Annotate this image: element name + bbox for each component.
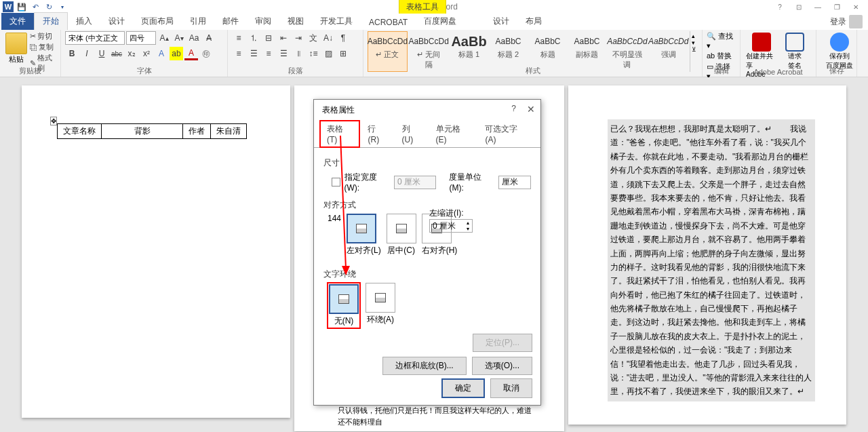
dialog-title-bar[interactable]: 表格属性 ? ✕ (314, 100, 540, 120)
align-center-option[interactable]: 居中(C) (387, 214, 416, 256)
dialog-close-icon[interactable]: ✕ (527, 104, 535, 115)
page-3[interactable]: 已么？我现在想想，我那时真是太聪明了。↵ 我说道："爸爸，你走吧。"他往车外看了… (568, 85, 846, 425)
tab-file[interactable]: 文件 (1, 13, 34, 30)
restore-icon[interactable]: ❐ (830, 1, 844, 12)
tab-acrobat[interactable]: ACROBAT (361, 15, 416, 30)
align-center-icon[interactable]: ☰ (247, 47, 260, 60)
cancel-button[interactable]: 取消 (490, 378, 532, 398)
tab-layout[interactable]: 页面布局 (133, 13, 182, 30)
decrease-indent-icon[interactable]: ⇤ (277, 31, 290, 45)
options-button[interactable]: 选项(O)... (472, 357, 532, 375)
multilevel-icon[interactable]: ⊟ (262, 31, 275, 45)
tab-view[interactable]: 视图 (279, 13, 312, 30)
wrap-section-label: 文字环绕 (323, 269, 531, 280)
dialog-tab-column[interactable]: 列(U) (395, 120, 429, 148)
font-size-combo[interactable]: 四号 (126, 31, 156, 45)
ok-button[interactable]: 确定 (441, 378, 485, 398)
width-input[interactable]: 0 厘米 (394, 176, 436, 189)
cell-title[interactable]: 背影 (102, 124, 183, 139)
width-checkbox[interactable] (332, 178, 340, 186)
tab-table-layout[interactable]: 布局 (517, 13, 550, 30)
login-label: 登录 (830, 16, 846, 28)
grow-font-icon[interactable]: A▴ (157, 31, 171, 45)
align-left-option[interactable]: 左对齐(L) (347, 214, 381, 256)
change-case-icon[interactable]: Aa (187, 31, 201, 45)
dialog-tab-alt[interactable]: 可选文字(A) (477, 120, 535, 148)
clear-format-icon[interactable]: A̶ (202, 31, 216, 45)
tab-mailings[interactable]: 邮件 (214, 13, 247, 30)
group-styles: AaBbCcDd↵ 正文AaBbCcDd↵ 无间隔AaBb标题 1AaBbC标题… (363, 30, 703, 77)
save-icon[interactable]: 💾 (16, 1, 27, 12)
redo-icon[interactable]: ↻ (43, 1, 54, 12)
dialog-help-icon[interactable]: ? (511, 104, 516, 113)
strike-button[interactable]: abc (110, 47, 123, 60)
borders-icon[interactable]: ⊞ (336, 47, 350, 60)
indent-spinner[interactable]: 0 厘米▴▾ (429, 219, 473, 233)
bold-button[interactable]: B (65, 47, 79, 60)
ribbon-tabs: 文件 开始 插入 设计 页面布局 引用 邮件 审阅 视图 开发工具 ACROBA… (0, 14, 868, 30)
cell-author-label[interactable]: 作者 (183, 124, 211, 139)
styles-scroll-down-icon[interactable]: ▾ (692, 39, 696, 46)
page-1[interactable]: ✥ 文章名称 背影 作者 朱自清 (22, 85, 290, 418)
tab-insert[interactable]: 插入 (68, 13, 100, 30)
shrink-font-icon[interactable]: A▾ (172, 31, 186, 45)
align-right-icon[interactable]: ≡ (262, 47, 275, 60)
dialog-tab-cell[interactable]: 单元格(E) (429, 120, 478, 148)
asian-layout-icon[interactable]: 文 (307, 31, 320, 45)
subscript-icon[interactable]: x₂ (125, 47, 138, 60)
align-left-icon[interactable]: ≡ (232, 47, 245, 60)
enclose-char-icon[interactable]: ㊞ (199, 47, 213, 60)
close-icon[interactable]: ✕ (849, 1, 863, 12)
tab-developer[interactable]: 开发工具 (312, 13, 361, 30)
line-spacing-icon[interactable]: ↕≡ (307, 47, 320, 60)
superscript-icon[interactable]: x² (140, 47, 153, 60)
tab-baidu[interactable]: 百度网盘 (416, 13, 465, 30)
wrap-around-option[interactable]: 环绕(A) (366, 283, 395, 328)
bullets-icon[interactable]: ≡ (232, 31, 245, 45)
tab-references[interactable]: 引用 (182, 13, 214, 30)
highlight-icon[interactable]: ab (170, 47, 183, 60)
signature-icon (785, 33, 804, 52)
wrap-none-option[interactable]: 无(N) (328, 283, 360, 328)
distribute-icon[interactable]: ⫴ (292, 47, 305, 60)
show-marks-icon[interactable]: ¶ (336, 31, 350, 45)
tab-design[interactable]: 设计 (100, 13, 133, 30)
styles-more-icon[interactable]: ⊻ (692, 46, 696, 53)
cell-article-name[interactable]: 文章名称 (58, 124, 102, 139)
qat-dropdown-icon[interactable]: ▾ (57, 1, 68, 12)
ribbon-display-icon[interactable]: ⊡ (792, 1, 806, 12)
text-effects-icon[interactable]: A (155, 47, 168, 60)
minimize-icon[interactable]: — (811, 1, 825, 12)
border-shading-button[interactable]: 边框和底纹(B)... (382, 357, 467, 375)
cell-author-name[interactable]: 朱自清 (211, 124, 247, 139)
document-table[interactable]: 文章名称 背影 作者 朱自清 (57, 123, 247, 139)
copy-button[interactable]: ⿻复制 (30, 42, 56, 52)
justify-icon[interactable]: ☰ (277, 47, 290, 60)
tab-home[interactable]: 开始 (34, 12, 68, 30)
styles-scroll-up-icon[interactable]: ▴ (692, 33, 696, 39)
login-area[interactable]: 登录 (830, 15, 863, 28)
undo-icon[interactable]: ↶ (30, 1, 41, 12)
increase-indent-icon[interactable]: ⇥ (292, 31, 305, 45)
underline-button[interactable]: U (95, 47, 108, 60)
sort-icon[interactable]: A↓ (321, 31, 335, 45)
tab-table-design[interactable]: 设计 (485, 13, 517, 30)
numbering-icon[interactable]: ⒈ (247, 31, 260, 45)
find-button[interactable]: 🔍 查找 ▾ (707, 31, 736, 50)
cut-button[interactable]: ✂剪切 (30, 31, 56, 41)
dialog-body: 尺寸 指定宽度(W): 0 厘米 度量单位(M): 厘米 对齐方式 144 左对… (314, 147, 540, 405)
group-font: 宋体 (中文正文 四号 A▴ A▾ Aa A̶ B I U abc x₂ x² … (61, 30, 228, 77)
font-name-combo[interactable]: 宋体 (中文正文 (65, 31, 125, 45)
dialog-tab-row[interactable]: 行(R) (360, 120, 394, 148)
replace-button[interactable]: ab 替换 (707, 51, 736, 61)
indent-label: 左缩进(I): (429, 208, 473, 219)
dialog-tab-table[interactable]: 表格(T) (319, 120, 360, 148)
font-color-icon[interactable]: A (184, 47, 198, 60)
clipboard-label: 剪贴板 (0, 66, 60, 76)
table-anchor-icon[interactable]: ✥ (50, 117, 57, 125)
shading-icon[interactable]: ▨ (321, 47, 335, 60)
unit-select[interactable]: 厘米 (498, 176, 531, 189)
italic-button[interactable]: I (80, 47, 94, 60)
tab-review[interactable]: 审阅 (247, 13, 279, 30)
help-icon[interactable]: ? (773, 1, 787, 12)
